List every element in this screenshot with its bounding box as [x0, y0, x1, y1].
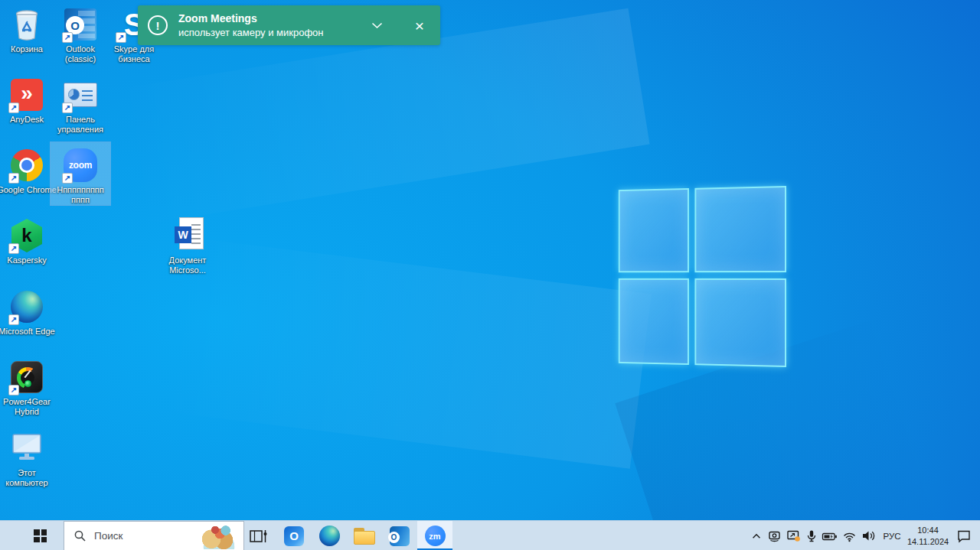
taskbar-outlook-new-button[interactable]: O	[276, 521, 312, 550]
icon-label: Power4Gear Hybrid	[0, 397, 57, 417]
desktop-icon-recycle-bin[interactable]: Корзина	[0, 2, 57, 54]
notification-expand-button[interactable]	[361, 5, 392, 45]
desktop-icon-word-document[interactable]: W Документ Microso...	[158, 213, 217, 275]
zoom-camera-mic-notification: ! Zoom Meetings использует камеру и микр…	[138, 5, 440, 45]
desktop-icon-this-pc[interactable]: Этот компьютер	[0, 425, 57, 488]
chevron-up-icon	[750, 530, 763, 542]
tray-microphone-in-use[interactable]	[803, 521, 819, 550]
shortcut-arrow-icon: ↗	[116, 32, 126, 43]
info-circle-icon: !	[148, 15, 168, 35]
icon-label: Панель управления	[51, 115, 110, 135]
desktop-icon-power4gear[interactable]: ↗ Power4Gear Hybrid	[0, 354, 57, 417]
tray-camera-in-use[interactable]	[765, 521, 784, 550]
tray-hidden-icons-button[interactable]	[748, 521, 765, 550]
start-button[interactable]	[0, 521, 63, 550]
word-document-icon: W	[170, 217, 205, 254]
taskbar-file-explorer-button[interactable]	[347, 521, 382, 550]
desktop-icon-control-panel[interactable]: ↗ Панель управления	[51, 72, 110, 135]
icon-label: Outlook (classic)	[51, 44, 110, 64]
outlook-new-icon: O	[284, 526, 304, 546]
shortcut-arrow-icon: ↗	[8, 314, 19, 325]
notification-message: использует камеру и микрофон	[178, 27, 324, 38]
icon-label: Microsoft Edge	[0, 327, 55, 337]
tray-display-share[interactable]	[784, 521, 803, 550]
tray-clock[interactable]: 10:44 14.11.2024	[905, 521, 951, 550]
icon-label: Skype для бизнеса	[104, 44, 164, 64]
desktop-icon-microsoft-edge[interactable]: ↗ Microsoft Edge	[0, 284, 57, 337]
taskbar-edge-button[interactable]	[312, 521, 347, 550]
action-center-button[interactable]	[951, 521, 977, 550]
taskbar-zoom-button-active[interactable]: zm	[417, 521, 452, 550]
this-pc-icon	[9, 432, 44, 464]
tray-wifi[interactable]	[840, 521, 859, 550]
search-placeholder: Поиск	[94, 530, 122, 542]
task-view-button[interactable]	[241, 521, 276, 550]
chevron-down-icon	[371, 22, 383, 29]
shortcut-arrow-icon: ↗	[8, 243, 19, 254]
camera-icon	[767, 529, 782, 542]
desktop-icon-kaspersky[interactable]: k ↗ Kaspersky	[0, 213, 57, 265]
taskbar: Поиск O O zm	[0, 520, 980, 550]
tray-time: 10:44	[907, 525, 949, 535]
windows-logo-pane	[619, 188, 689, 272]
notification-title: Zoom Meetings	[178, 12, 324, 24]
taskbar-outlook-classic-button[interactable]: O	[382, 521, 417, 550]
edge-icon	[319, 526, 340, 546]
tray-date: 14.11.2024	[907, 536, 949, 547]
search-highlight-image[interactable]	[195, 522, 243, 549]
icon-label: Kaspersky	[7, 255, 46, 265]
close-icon: ×	[415, 18, 424, 34]
microphone-icon	[805, 529, 818, 543]
icon-label: Нппппппппп пппп	[51, 185, 110, 205]
tray-battery[interactable]	[819, 521, 840, 550]
tray-volume[interactable]	[859, 521, 879, 550]
windows-logo-pane	[694, 278, 786, 367]
zoom-taskbar-icon: zm	[425, 526, 446, 546]
file-explorer-icon	[354, 528, 375, 545]
shortcut-arrow-icon: ↗	[62, 173, 73, 184]
battery-charging-icon	[822, 530, 838, 542]
icon-label: Этот компьютер	[0, 468, 57, 488]
icon-label: Корзина	[11, 44, 43, 54]
icon-label: AnyDesk	[10, 115, 44, 125]
system-tray: РУС 10:44 14.11.2024	[748, 521, 977, 550]
icon-label: Google Chrome	[0, 185, 57, 195]
display-icon	[786, 529, 801, 542]
shortcut-arrow-icon: ↗	[8, 385, 19, 395]
notification-close-button[interactable]: ×	[404, 5, 435, 45]
desktop-icon-google-chrome[interactable]: ↗ Google Chrome	[0, 142, 57, 195]
desktop-icon-zoom-selected[interactable]: zoom ↗ Нппппппппп пппп	[51, 142, 110, 205]
icon-label: Документ Microso...	[158, 255, 217, 275]
shortcut-arrow-icon: ↗	[62, 32, 73, 43]
outlook-classic-icon: O	[390, 526, 410, 546]
windows-start-icon	[34, 529, 47, 542]
windows-logo-pane	[694, 186, 786, 272]
wifi-icon	[842, 529, 857, 542]
desktop-icon-outlook-classic[interactable]: O ↗ Outlook (classic)	[51, 2, 110, 64]
wallpaper-ray	[0, 212, 652, 469]
search-icon	[74, 529, 87, 542]
task-view-icon	[249, 528, 269, 545]
action-center-icon	[956, 529, 972, 543]
desktop-icon-anydesk[interactable]: » ↗ AnyDesk	[0, 72, 57, 125]
taskbar-search-box[interactable]: Поиск	[64, 521, 244, 550]
windows-logo-pane	[619, 278, 689, 365]
shortcut-arrow-icon: ↗	[8, 173, 19, 184]
desktop-screen: Корзина O ↗ Outlook (classic) S ↗ Skype …	[0, 0, 980, 550]
volume-icon	[861, 529, 877, 542]
recycle-bin-icon	[11, 7, 42, 42]
shortcut-arrow-icon: ↗	[62, 103, 73, 113]
tray-language-indicator[interactable]: РУС	[879, 521, 905, 550]
windows-logo-wallpaper	[619, 186, 786, 367]
shortcut-arrow-icon: ↗	[8, 103, 19, 113]
